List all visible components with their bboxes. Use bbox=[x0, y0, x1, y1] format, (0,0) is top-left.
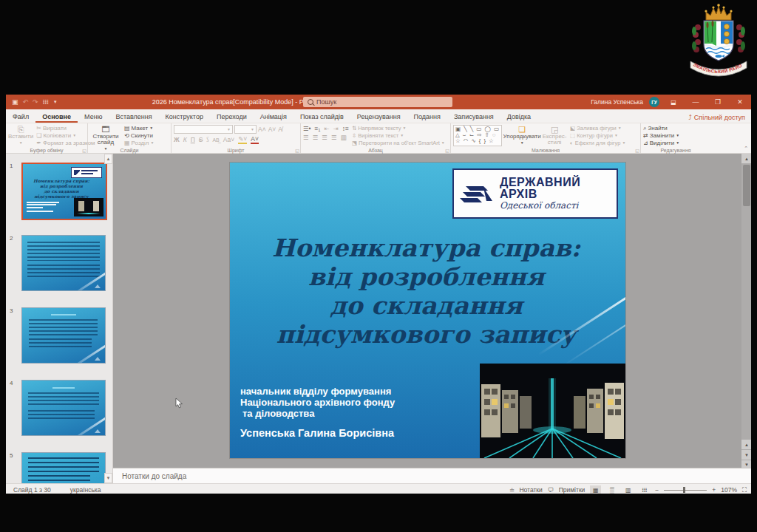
line-spacing-icon[interactable]: ↕≡ bbox=[342, 125, 349, 132]
tab-design[interactable]: Конструктор bbox=[159, 111, 210, 123]
bullets-icon[interactable]: ☰• bbox=[303, 125, 311, 132]
align-right-icon[interactable]: ☰ bbox=[322, 134, 327, 141]
strikethrough-button[interactable]: S bbox=[199, 136, 203, 143]
undo-icon[interactable]: ↶ bbox=[23, 98, 29, 106]
paste-button[interactable]: ⎘ Вставити▼ bbox=[8, 125, 33, 146]
select-button[interactable]: ⊿Виділити▼ bbox=[643, 140, 679, 146]
shrink-font-icon[interactable]: А˅ bbox=[268, 126, 276, 133]
underline-button[interactable]: П bbox=[191, 136, 195, 143]
align-text-button[interactable]: ⇳Вирівняти текст▼ bbox=[352, 132, 445, 139]
clipboard-dialog-launcher[interactable]: ◱ bbox=[82, 148, 86, 153]
restore-button[interactable]: ❐ bbox=[710, 95, 726, 109]
change-case-button[interactable]: Аа˅ bbox=[223, 136, 234, 143]
section-button[interactable]: ▦Розділ▼ bbox=[124, 140, 154, 146]
language-indicator[interactable]: українська bbox=[70, 486, 101, 494]
tab-animations[interactable]: Анімація bbox=[254, 111, 293, 123]
notes-pane[interactable]: Нотатки до слайда bbox=[113, 468, 751, 483]
arrange-button[interactable]: ❏ Упорядкувати▼ bbox=[505, 125, 539, 146]
thumbnail-slide-5[interactable] bbox=[21, 452, 106, 483]
user-name[interactable]: Галина Успенська bbox=[591, 98, 643, 106]
thumbnail-slide-3[interactable] bbox=[21, 307, 106, 364]
reading-view-button[interactable]: ▥ bbox=[622, 485, 634, 494]
paragraph-dialog-launcher[interactable]: ◱ bbox=[445, 148, 449, 153]
fit-to-window-button[interactable]: ⛶ bbox=[742, 486, 747, 494]
save-icon[interactable]: ▣ bbox=[12, 98, 18, 106]
next-slide-button[interactable]: ▼ bbox=[741, 450, 751, 460]
share-button[interactable]: ⤴ Спільний доступ bbox=[688, 114, 745, 121]
zoom-level[interactable]: 107% bbox=[721, 486, 737, 494]
shape-outline-button[interactable]: ⬚Контур фігури▼ bbox=[570, 132, 625, 139]
char-spacing-button[interactable]: АВ̲ bbox=[212, 137, 219, 143]
tab-insert[interactable]: Вставлення bbox=[109, 111, 158, 123]
zoom-slider[interactable] bbox=[664, 490, 707, 491]
close-button[interactable]: ✕ bbox=[732, 95, 748, 109]
thumbnails-scroll-down[interactable]: ▼ bbox=[104, 473, 112, 483]
scrollbar-thumb[interactable] bbox=[743, 165, 750, 206]
tab-review[interactable]: Рецензування bbox=[350, 111, 407, 123]
shape-effects-button[interactable]: ◐Ефекти для фігур▼ bbox=[570, 140, 625, 146]
font-size-combo[interactable]: ▼ bbox=[234, 125, 257, 134]
clear-format-icon[interactable]: А̸ bbox=[278, 126, 282, 133]
align-left-icon[interactable]: ☰ bbox=[303, 134, 309, 141]
slide-sorter-view-button[interactable]: ▒ bbox=[606, 485, 617, 494]
slide-canvas[interactable]: ДЕРЖАВНИЙ АРХІВ Одеської області Номенкл… bbox=[230, 163, 625, 458]
new-slide-button[interactable]: 🗔 Створити слайд▼ bbox=[90, 125, 121, 146]
shapes-gallery[interactable]: ▣ ╲ ╲ ▭ ◯ ▭ △ ⌣ ⌙ ⇨ ⇧ ◌ ☆ ◠ ∿ { } ☆ bbox=[453, 125, 502, 146]
tab-home[interactable]: Основне bbox=[35, 111, 78, 123]
tab-file[interactable]: Файл bbox=[6, 111, 35, 123]
redo-icon[interactable]: ↷ bbox=[33, 98, 38, 106]
zoom-in-button[interactable]: + bbox=[712, 486, 716, 494]
slideshow-view-button[interactable]: 𝍖 bbox=[639, 485, 650, 494]
tab-menu[interactable]: Меню bbox=[78, 111, 109, 123]
text-direction-button[interactable]: ⇅Напрямок тексту▼ bbox=[352, 125, 445, 132]
find-button[interactable]: ⌕Знайти bbox=[643, 125, 679, 132]
font-name-combo[interactable]: ▼ bbox=[174, 125, 233, 134]
decrease-indent-icon[interactable]: ⇤ bbox=[324, 125, 329, 132]
bold-button[interactable]: Ж bbox=[174, 136, 180, 143]
zoom-out-button[interactable]: − bbox=[655, 486, 659, 494]
comments-toggle[interactable]: 🗩 Примітки bbox=[548, 487, 585, 494]
cut-button[interactable]: ✂Вирізати bbox=[36, 125, 95, 132]
shape-fill-button[interactable]: ⬕Заливка фігури▼ bbox=[570, 125, 625, 132]
reset-button[interactable]: ⟲Скинути bbox=[124, 132, 154, 139]
layout-button[interactable]: ▤Макет▼ bbox=[124, 125, 154, 132]
text-shadow-button[interactable]: ꚃ bbox=[206, 136, 208, 144]
tab-slideshow[interactable]: Показ слайдів bbox=[293, 111, 350, 123]
align-center-icon[interactable]: ☰ bbox=[313, 134, 319, 141]
justify-icon[interactable]: ☰ bbox=[331, 134, 337, 141]
font-color-button[interactable]: А˅ bbox=[251, 135, 259, 144]
copy-button[interactable]: ❏Копіювати▼ bbox=[36, 132, 95, 139]
highlight-button[interactable]: ✎˅ bbox=[238, 135, 247, 144]
format-painter-button[interactable]: ✒Формат за зразком bbox=[36, 140, 95, 146]
zoom-slider-knob[interactable] bbox=[683, 487, 685, 493]
replace-button[interactable]: ⇄Замінити▼ bbox=[643, 132, 679, 139]
previous-slide-button[interactable]: ▲ bbox=[741, 440, 751, 449]
start-slideshow-icon[interactable]: 𝍖 bbox=[43, 98, 49, 106]
thumbnail-slide-1[interactable]: Номенклатура справ:від розроблення до ск… bbox=[21, 163, 107, 220]
search-box[interactable]: Пошук bbox=[303, 97, 452, 107]
italic-button[interactable]: К bbox=[183, 136, 187, 143]
slide-scrollbar[interactable]: ▲ ▲ ▼ ▼ bbox=[741, 154, 751, 483]
thumbnail-slide-2[interactable] bbox=[21, 235, 106, 291]
customize-qat-icon[interactable]: ▼ bbox=[53, 98, 58, 106]
avatar[interactable]: ГУ bbox=[649, 97, 659, 107]
minimize-button[interactable]: — bbox=[688, 95, 704, 109]
numbering-icon[interactable]: ≡₁ bbox=[315, 125, 321, 132]
tab-view[interactable]: Подання bbox=[407, 111, 447, 123]
increase-indent-icon[interactable]: ⇥ bbox=[333, 125, 339, 132]
ribbon-display-options-icon[interactable]: ⬓ bbox=[665, 95, 682, 109]
tab-transitions[interactable]: Переходи bbox=[210, 111, 254, 123]
grow-font-icon[interactable]: А˄ bbox=[258, 126, 266, 133]
normal-view-button[interactable]: ▦ bbox=[590, 485, 601, 494]
notes-toggle[interactable]: ≐ Нотатки bbox=[509, 487, 543, 494]
smartart-button[interactable]: ⬔Перетворити на об'єкт SmartArt▼ bbox=[352, 140, 445, 146]
collapse-ribbon-icon[interactable]: ⌃ bbox=[744, 146, 748, 151]
drawing-dialog-launcher[interactable]: ◱ bbox=[635, 148, 639, 153]
thumbnail-slide-4[interactable] bbox=[21, 380, 106, 436]
tab-help[interactable]: Довідка bbox=[500, 111, 537, 123]
thumbnails-scroll-up[interactable]: ▲ bbox=[104, 154, 112, 164]
tab-record[interactable]: Записування bbox=[447, 111, 500, 123]
quick-styles-button[interactable]: ◲ Експрес-стилі bbox=[542, 125, 567, 146]
font-dialog-launcher[interactable]: ◱ bbox=[295, 148, 299, 153]
columns-icon[interactable]: ▥ bbox=[341, 134, 347, 141]
